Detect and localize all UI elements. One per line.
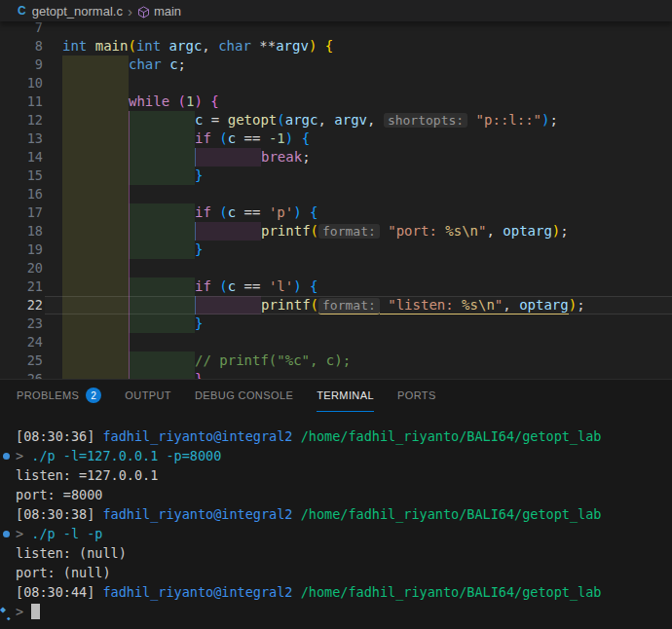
terminal-output[interactable]: [08:30:36] fadhil_riyanto@integral2 /hom… <box>0 412 672 629</box>
code-token: ; <box>577 297 584 313</box>
code-line-19[interactable]: 19} <box>0 240 672 259</box>
code-token: ( <box>219 204 227 220</box>
code-line-24[interactable]: 24 <box>0 333 672 352</box>
code-token: { <box>310 204 317 220</box>
indent-guide <box>129 185 130 204</box>
code-token: "p::l::" <box>476 112 541 128</box>
chevron-right-icon: › <box>128 4 132 18</box>
code-line-26[interactable]: 26} <box>0 370 672 379</box>
code-line-16[interactable]: 16 <box>0 185 672 204</box>
panel-tab-ports[interactable]: PORTS <box>397 380 436 412</box>
code-token: == <box>244 278 269 294</box>
code-token: ; <box>560 223 568 239</box>
breadcrumb-symbol-name[interactable]: main <box>154 4 181 18</box>
code-line-11[interactable]: 11while (1) { <box>0 92 672 111</box>
code-token: "listen: <box>388 297 462 314</box>
indent-guide <box>129 370 130 379</box>
line-number: 21 <box>0 278 43 296</box>
terminal-line: > ./p -l -p <box>0 524 672 543</box>
terminal-line: [08:30:36] fadhil_riyanto@integral2 /hom… <box>0 426 672 446</box>
code-token: if <box>195 204 219 220</box>
code-token: argv <box>334 112 367 128</box>
indent-block <box>62 314 129 333</box>
indent-guide <box>129 130 130 148</box>
code-text <box>43 21 62 37</box>
terminal-line: listen: =127.0.0.1 <box>0 465 672 485</box>
code-text: } <box>43 166 203 185</box>
panel-tab-terminal[interactable]: TERMINAL <box>317 380 374 412</box>
code-token: c <box>228 204 244 220</box>
indent-guide <box>129 204 130 222</box>
code-line-8[interactable]: 8int main(int argc, char **argv) { <box>0 37 672 56</box>
terminal-text: > <box>16 448 31 463</box>
code-token: ; <box>302 149 310 165</box>
indent-block <box>129 370 195 379</box>
indent-block <box>62 259 129 278</box>
terminal-text: port: (null) <box>16 565 111 580</box>
code-token: { <box>310 278 317 294</box>
code-line-23[interactable]: 23} <box>0 314 672 333</box>
terminal-line: [08:30:44] fadhil_riyanto@integral2 /hom… <box>0 582 672 602</box>
code-token: ) <box>293 278 301 294</box>
code-text: printf(format: "listen: %s\n", optarg); <box>43 296 585 314</box>
code-token: c <box>169 56 177 72</box>
indent-block <box>62 130 129 148</box>
code-text: if (c == 'l') { <box>43 278 318 296</box>
code-editor[interactable]: 78int main(int argc, char **argv) {9char… <box>0 21 672 379</box>
code-token: , <box>367 112 384 128</box>
code-token: %s <box>445 223 462 239</box>
code-token: "port: <box>388 223 445 239</box>
panel-tab-label: OUTPUT <box>125 389 171 401</box>
code-token: , <box>202 38 218 54</box>
terminal-text: [08:30:38] <box>16 506 102 522</box>
code-line-21[interactable]: 21if (c == 'l') { <box>0 278 672 296</box>
code-line-18[interactable]: 18printf(format: "port: %s\n", optarg); <box>0 222 672 240</box>
code-token: ( <box>178 93 186 109</box>
line-number: 24 <box>0 333 43 352</box>
code-token: ( <box>311 223 318 239</box>
code-token: " <box>495 297 503 314</box>
panel-tab-problems[interactable]: PROBLEMS2 <box>17 380 101 412</box>
terminal-text: fadhil_riyanto@integral2 <box>102 428 292 444</box>
code-line-9[interactable]: 9char c; <box>0 56 672 74</box>
line-number: 7 <box>0 21 43 37</box>
indent-block <box>62 222 129 240</box>
line-number: 18 <box>0 222 43 240</box>
terminal-text: [08:30:44] <box>16 584 102 600</box>
code-line-10[interactable]: 10 <box>0 74 672 92</box>
code-line-12[interactable]: 12c = getopt(argc, argv, shortopts: "p::… <box>0 111 672 130</box>
indent-guide <box>195 148 196 166</box>
panel-tab-debug-console[interactable]: DEBUG CONSOLE <box>195 380 293 412</box>
terminal-line: listen: (null) <box>0 543 672 563</box>
code-token: { <box>210 93 218 109</box>
sparkle-icon[interactable]: ◆◆ <box>0 602 15 621</box>
indent-guide <box>129 296 130 314</box>
code-line-17[interactable]: 17if (c == 'p') { <box>0 204 672 222</box>
code-text: } <box>43 240 203 259</box>
code-token: ( <box>311 297 318 313</box>
code-line-22[interactable]: 22printf(format: "listen: %s\n", optarg)… <box>0 296 672 314</box>
code-token: optarg <box>503 223 552 239</box>
code-line-15[interactable]: 15} <box>0 166 672 185</box>
code-line-25[interactable]: 25// printf("%c", c); <box>0 352 672 370</box>
terminal-text: > <box>16 526 31 541</box>
code-line-14[interactable]: 14break; <box>0 148 672 166</box>
code-line-7[interactable]: 7 <box>0 21 672 37</box>
indent-guide <box>129 352 130 370</box>
terminal-line: port: (null) <box>0 563 672 582</box>
code-line-20[interactable]: 20 <box>0 259 672 278</box>
code-line-13[interactable]: 13if (c == -1) { <box>0 130 672 148</box>
symbol-method-icon <box>137 6 150 18</box>
code-token: ( <box>128 38 135 54</box>
line-number: 12 <box>0 111 43 130</box>
indent-block <box>62 148 129 166</box>
code-token: c <box>195 112 211 128</box>
code-token: , <box>317 112 334 128</box>
panel-tab-output[interactable]: OUTPUT <box>125 380 171 412</box>
c-file-icon: C <box>18 4 26 18</box>
bottom-panel: PROBLEMS2OUTPUTDEBUG CONSOLETERMINALPORT… <box>0 379 672 629</box>
line-number: 25 <box>0 352 43 370</box>
breadcrumb-file-name[interactable]: getopt_normal.c <box>32 4 123 18</box>
command-decoration-icon[interactable] <box>3 453 10 460</box>
command-decoration-icon[interactable] <box>3 531 10 537</box>
